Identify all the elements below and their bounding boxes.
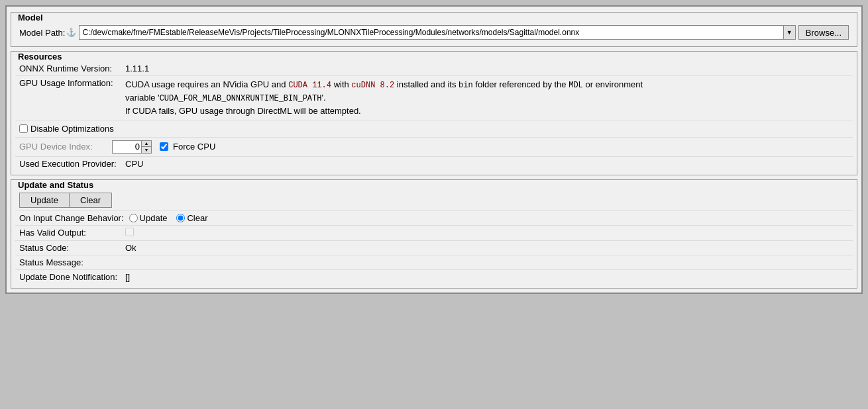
gpu-text-3: installed and its <box>397 79 459 89</box>
gpu-text-1: CUDA usage requires an NVidia GPU and <box>125 79 286 89</box>
update-status-title: Update and Status <box>15 180 853 190</box>
gpu-usage-row: GPU Usage Information: CUDA usage requir… <box>15 76 853 120</box>
onnx-row: ONNX Runtime Version: 1.11.1 <box>15 62 853 76</box>
has-valid-output-row: Has Valid Output: <box>15 226 853 241</box>
update-done-label: Update Done Notification: <box>19 272 125 282</box>
gpu-device-value: 0 <box>113 142 141 152</box>
spinbox-up-arrow[interactable]: ▲ <box>142 141 151 147</box>
path-dropdown-button[interactable]: ▼ <box>784 25 796 40</box>
disable-optimizations-row: Disable Optimizations <box>15 120 853 138</box>
update-button[interactable]: Update <box>19 193 70 208</box>
model-section-title: Model <box>15 13 853 23</box>
disable-optimizations-checkbox[interactable] <box>19 124 28 133</box>
model-path-text: Model Path: <box>19 28 65 38</box>
has-valid-checkbox[interactable] <box>125 228 134 236</box>
radio-clear-input[interactable] <box>176 214 185 222</box>
update-done-value: [] <box>125 272 849 282</box>
on-input-change-row: On Input Change Behavior: Update Clear <box>15 211 853 226</box>
clear-button[interactable]: Clear <box>69 193 112 208</box>
on-input-radio-group: Update Clear <box>129 213 849 223</box>
force-cpu-checkbox[interactable] <box>160 142 168 151</box>
model-path-row: Model Path: ⚓ ▼ Browse... <box>15 23 853 42</box>
status-code-label: Status Code: <box>19 243 125 253</box>
action-buttons-row: Update Clear <box>15 190 853 211</box>
force-cpu-label: Force CPU <box>173 142 215 152</box>
gpu-text-6: variable ' <box>125 93 160 103</box>
has-valid-value <box>125 228 849 238</box>
has-valid-label: Has Valid Output: <box>19 228 125 238</box>
browse-button[interactable]: Browse... <box>798 25 849 40</box>
cudnn-version: cuDNN 8.2 <box>351 81 394 90</box>
execution-provider-value: CPU <box>125 159 849 169</box>
on-input-label: On Input Change Behavior: <box>19 213 129 223</box>
main-panel: Model Model Path: ⚓ ▼ Browse... Resource… <box>5 5 863 294</box>
status-code-value: Ok <box>125 243 849 253</box>
update-done-row: Update Done Notification: [] <box>15 270 853 284</box>
gpu-device-spinbox: 0 ▲ ▼ <box>112 140 152 154</box>
resources-section-title: Resources <box>15 52 853 62</box>
radio-update-label: Update <box>140 213 168 223</box>
status-message-label: Status Message: <box>19 257 125 267</box>
gpu-text-7: '. <box>321 93 325 103</box>
gpu-text-8: If CUDA fails, GPU usage through DirectM… <box>125 106 361 116</box>
radio-clear-label: Clear <box>187 213 207 223</box>
gpu-device-row: GPU Device Index: 0 ▲ ▼ Force CPU <box>15 138 853 157</box>
disable-optimizations-label: Disable Optimizations <box>30 124 114 134</box>
onnx-value: 1.11.1 <box>125 64 849 73</box>
path-icon: ⚓ <box>66 28 76 37</box>
model-section: Model Model Path: ⚓ ▼ Browse... <box>11 12 857 47</box>
onnx-label: ONNX Runtime Version: <box>19 64 125 73</box>
radio-update-option: Update <box>129 213 168 223</box>
env-var-text: CUDA_FOR_MLAB_ONNXRUNTIME_BIN_PATH <box>160 94 322 103</box>
status-code-row: Status Code: Ok <box>15 241 853 255</box>
gpu-text-4: folder referenced by the <box>475 79 569 89</box>
update-status-section: Update and Status Update Clear On Input … <box>11 179 857 289</box>
gpu-text-5: or environment <box>585 79 643 89</box>
execution-provider-row: Used Execution Provider: CPU <box>15 157 853 171</box>
status-message-row: Status Message: <box>15 255 853 270</box>
mdl-text: MDL <box>569 81 583 90</box>
bin-text: bin <box>459 81 473 90</box>
radio-update-input[interactable] <box>129 214 138 222</box>
path-input-wrapper: ▼ <box>79 25 795 40</box>
gpu-usage-label: GPU Usage Information: <box>19 78 125 88</box>
execution-provider-label: Used Execution Provider: <box>19 159 125 169</box>
model-path-label: Model Path: ⚓ <box>19 28 76 38</box>
force-cpu-wrapper: Force CPU <box>160 142 215 152</box>
model-path-input[interactable] <box>79 25 783 40</box>
gpu-device-label: GPU Device Index: <box>19 142 112 152</box>
resources-section: Resources ONNX Runtime Version: 1.11.1 G… <box>11 51 857 175</box>
spinbox-arrows: ▲ ▼ <box>141 141 151 153</box>
radio-clear-option: Clear <box>176 213 207 223</box>
gpu-usage-value: CUDA usage requires an NVidia GPU and CU… <box>125 78 849 118</box>
cuda-version: CUDA 11.4 <box>288 81 331 90</box>
gpu-text-2: with <box>334 79 352 89</box>
spinbox-down-arrow[interactable]: ▼ <box>142 147 151 153</box>
